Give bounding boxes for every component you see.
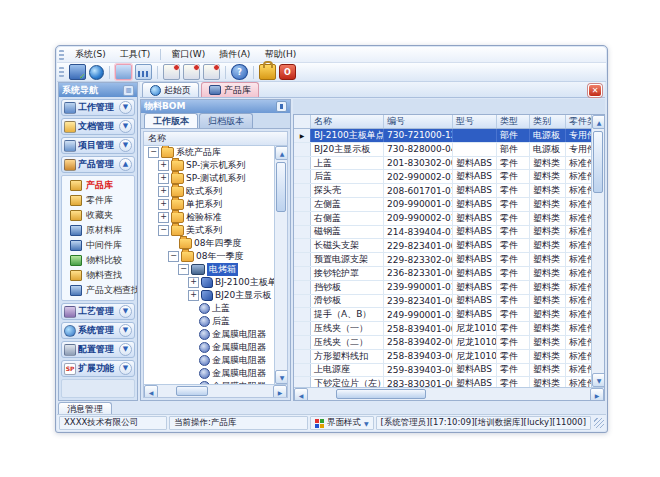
menu-item[interactable]: 窗口(W) bbox=[164, 47, 212, 62]
expand-icon[interactable]: + bbox=[158, 160, 169, 171]
help-icon[interactable]: ? bbox=[231, 64, 248, 80]
tree-node[interactable]: −08年一季度 bbox=[144, 250, 274, 263]
tree-column-header[interactable]: 名称 bbox=[144, 132, 287, 146]
table-row[interactable]: 滑钞板239-823401-00E塑料ABS零件塑料类标准件外协条 bbox=[294, 295, 591, 309]
table-row[interactable]: 长磁头支架229-823401-00E塑料ABS零件塑料类标准件外协条 bbox=[294, 239, 591, 253]
tree-node[interactable]: −电烤箱 bbox=[144, 263, 274, 276]
chevron-down-icon[interactable]: ▼ bbox=[119, 101, 132, 114]
table-row[interactable]: 提手（A、B）249-990001-01E塑料ABS零件塑料类标准件外协条 bbox=[294, 308, 591, 322]
table-row[interactable]: 上电源座259-839403-00E塑料ABS零件塑料类标准件外协条 bbox=[294, 364, 591, 378]
expand-icon[interactable]: + bbox=[158, 212, 169, 223]
chevron-up-icon[interactable]: ▲ bbox=[119, 158, 132, 171]
column-header-零件类型[interactable]: 零件类型 bbox=[566, 115, 591, 128]
tab-起始页[interactable]: 起始页 bbox=[142, 82, 199, 97]
resize-grip[interactable] bbox=[594, 418, 604, 428]
scroll-thumb[interactable] bbox=[336, 389, 426, 399]
mail-icon-3[interactable] bbox=[203, 64, 220, 80]
mail-icon-2[interactable] bbox=[183, 64, 200, 80]
sidebar-item-物料查找[interactable]: 物料查找 bbox=[62, 268, 134, 283]
grid-horizontal-scrollbar[interactable]: ◀ ▶ bbox=[294, 387, 604, 400]
scroll-thumb[interactable] bbox=[176, 386, 208, 396]
close-icon[interactable]: ✕ bbox=[588, 84, 602, 97]
tree-node[interactable]: +SP-测试机系列 bbox=[144, 172, 274, 185]
table-row[interactable]: ▶BJ-2100主板单点730-721000-12E部件电源板专用件外协颗 bbox=[294, 129, 591, 143]
scroll-thumb[interactable] bbox=[593, 131, 603, 193]
column-header-型号[interactable]: 型号 bbox=[453, 115, 497, 128]
stop-icon[interactable]: O bbox=[279, 64, 296, 80]
tree-node[interactable]: 上盖 bbox=[144, 302, 274, 315]
expand-icon[interactable]: + bbox=[158, 186, 169, 197]
scroll-right-icon[interactable]: ▶ bbox=[590, 388, 604, 401]
expand-icon[interactable]: + bbox=[188, 290, 199, 301]
tree-node[interactable]: +BJ20主显示板 bbox=[144, 289, 274, 302]
tree-node[interactable]: +检验标准 bbox=[144, 211, 274, 224]
display-icon[interactable] bbox=[69, 64, 86, 80]
report-icon[interactable] bbox=[135, 64, 152, 80]
scroll-thumb[interactable] bbox=[276, 162, 286, 212]
table-row[interactable]: BJ20主显示板730-828000-04E部件电源板专用件外协颗 bbox=[294, 143, 591, 157]
chevron-down-icon[interactable]: ▼ bbox=[119, 120, 132, 133]
sidebar-item-物料比较[interactable]: 物料比较 bbox=[62, 253, 134, 268]
column-header-类别[interactable]: 类别 bbox=[530, 115, 566, 128]
style-selector[interactable]: 界面样式 ▼ bbox=[310, 416, 374, 430]
sidebar-group-配置管理[interactable]: 配置管理▼ bbox=[61, 341, 135, 358]
tree-node[interactable]: 后盖 bbox=[144, 315, 274, 328]
folder-icon[interactable] bbox=[115, 64, 132, 80]
table-row[interactable]: 磁钢盖214-839404-01E塑料ABS零件塑料类标准件外协条 bbox=[294, 226, 591, 240]
tree-node[interactable]: +BJ-2100主板单点 bbox=[144, 276, 274, 289]
tab-产品库[interactable]: 产品库 bbox=[201, 82, 259, 97]
menu-item[interactable]: 插件(A) bbox=[212, 47, 257, 62]
tree-node[interactable]: −美式系列 bbox=[144, 224, 274, 237]
tree-node[interactable]: +SP-演示机系列 bbox=[144, 159, 274, 172]
sidebar-group-产品管理[interactable]: 产品管理▲ bbox=[61, 156, 135, 173]
table-row[interactable]: 左侧盖209-990001-01E塑料ABS零件塑料类标准件外协条 bbox=[294, 198, 591, 212]
tree-vertical-scrollbar[interactable]: ▲ ▼ bbox=[274, 146, 287, 384]
sidebar-item-原材料库[interactable]: 原材料库 bbox=[62, 223, 134, 238]
lock-icon[interactable] bbox=[259, 64, 276, 80]
sidebar-header-button[interactable]: ▥ bbox=[123, 85, 134, 96]
collapse-icon[interactable]: − bbox=[168, 251, 179, 262]
table-row[interactable]: 上盖201-830302-00E塑料ABS零件塑料类标准件外协条 bbox=[294, 157, 591, 171]
sidebar-item-产品文档查找[interactable]: 产品文档查找 bbox=[62, 283, 134, 298]
chevron-down-icon[interactable]: ▼ bbox=[119, 343, 132, 356]
scroll-up-icon[interactable]: ▲ bbox=[592, 115, 604, 129]
mail-icon-1[interactable] bbox=[163, 64, 180, 80]
table-row[interactable]: 压线夹（二）258-839402-00E尼龙1010零件塑料类标准件外协条 bbox=[294, 336, 591, 350]
menu-item[interactable]: 工具(T) bbox=[113, 47, 158, 62]
table-row[interactable]: 下钞定位片（左）283-830301-00E塑料ABS零件塑料类标准件外协条 bbox=[294, 377, 591, 387]
scroll-right-icon[interactable]: ▶ bbox=[273, 385, 287, 398]
tree-node[interactable]: +欧式系列 bbox=[144, 185, 274, 198]
table-row[interactable]: 压线夹（一）258-839401-00E尼龙1010零件塑料类标准件外协条 bbox=[294, 322, 591, 336]
chevron-down-icon[interactable]: ▼ bbox=[119, 324, 132, 337]
expand-icon[interactable]: + bbox=[158, 199, 169, 210]
table-row[interactable]: 后盖202-990002-01E塑料ABS零件塑料类标准件外协条 bbox=[294, 170, 591, 184]
tree-node[interactable]: +单把系列 bbox=[144, 198, 274, 211]
menubar-grip[interactable] bbox=[59, 50, 64, 60]
toolbar-grip[interactable] bbox=[59, 67, 64, 77]
pin-icon[interactable] bbox=[276, 101, 287, 112]
tree-horizontal-scrollbar[interactable]: ◀ ▶ bbox=[144, 384, 287, 397]
scroll-down-icon[interactable]: ▼ bbox=[275, 370, 287, 384]
sidebar-item-产品库[interactable]: 产品库 bbox=[62, 178, 134, 193]
scroll-left-icon[interactable]: ◀ bbox=[294, 388, 308, 401]
collapse-icon[interactable]: − bbox=[178, 264, 189, 275]
tree-node[interactable]: 金属膜电阻器 bbox=[144, 367, 274, 380]
scroll-left-icon[interactable]: ◀ bbox=[144, 385, 158, 398]
chevron-down-icon[interactable]: ▼ bbox=[119, 139, 132, 152]
scroll-up-icon[interactable]: ▲ bbox=[275, 146, 287, 160]
sidebar-group-工作管理[interactable]: 工作管理▼ bbox=[61, 99, 135, 116]
sidebar-item-零件库[interactable]: 零件库 bbox=[62, 193, 134, 208]
tree-node[interactable]: 金属膜电阻器 bbox=[144, 341, 274, 354]
sidebar-item-收藏夹[interactable]: 收藏夹 bbox=[62, 208, 134, 223]
globe-icon[interactable] bbox=[89, 65, 104, 80]
table-row[interactable]: 挡钞板239-990001-01E塑料ABS零件塑料类标准件外协条 bbox=[294, 281, 591, 295]
tab-工作版本[interactable]: 工作版本 bbox=[144, 113, 198, 128]
tree-node[interactable]: −系统产品库 bbox=[144, 146, 274, 159]
table-row[interactable]: 探头壳208-601701-01E塑料ABS零件塑料类标准件外协条 bbox=[294, 184, 591, 198]
grid-vertical-scrollbar[interactable]: ▲ ▼ bbox=[591, 115, 604, 387]
collapse-icon[interactable]: − bbox=[158, 225, 169, 236]
table-row[interactable]: 右侧盖209-990002-01E塑料ABS零件塑料类标准件外协条 bbox=[294, 212, 591, 226]
menu-item[interactable]: 系统(S) bbox=[68, 47, 113, 62]
chevron-down-icon[interactable]: ▼ bbox=[119, 305, 132, 318]
menu-item[interactable]: 帮助(H) bbox=[257, 47, 303, 62]
